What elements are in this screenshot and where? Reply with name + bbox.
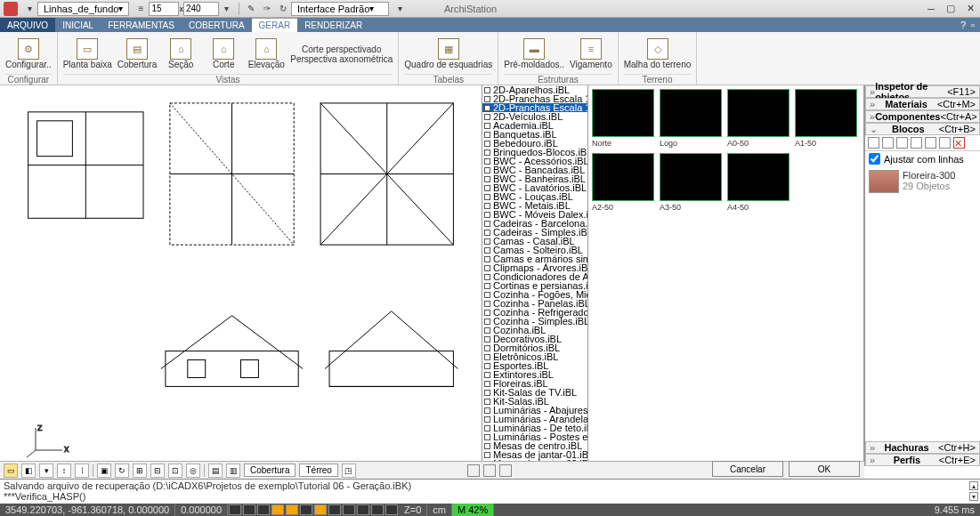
view-icon-1[interactable]: ◧ [21, 464, 36, 478]
ribbon-quadro-esquadrias[interactable]: ▦Quadro de esquadrias [404, 34, 492, 74]
checkbox-icon[interactable] [484, 141, 490, 147]
checkbox-icon[interactable] [484, 105, 490, 111]
checkbox-icon[interactable] [484, 390, 490, 396]
checkbox-icon[interactable] [484, 327, 490, 334]
pencil-icon[interactable]: ✎ [245, 3, 257, 15]
thumb-a3-50[interactable]: A3-50 [660, 153, 722, 212]
ribbon-configurar[interactable]: ⚙Configurar.. [5, 34, 52, 74]
checkbox-icon[interactable] [484, 176, 490, 182]
blocos-toolbar[interactable]: ✕ [865, 135, 980, 151]
checkbox-icon[interactable] [484, 310, 490, 316]
checkbox-icon[interactable] [484, 425, 490, 431]
thumb-logo[interactable]: Logo [660, 89, 722, 148]
tool-2[interactable] [882, 137, 894, 149]
panel-componentes[interactable]: »Componentes<Ctr+A> [865, 110, 980, 123]
ribbon-secao[interactable]: ⌂Seção [162, 34, 199, 74]
sb-6[interactable] [300, 504, 312, 515]
sb-9[interactable] [343, 504, 355, 515]
sb-7[interactable] [314, 504, 327, 515]
nav-icon-3[interactable]: ⊞ [133, 464, 147, 478]
checkbox-icon[interactable] [484, 203, 490, 209]
tab-renderizar[interactable]: RENDERIZAR [297, 18, 369, 32]
view-icon-4[interactable]: ⁞ [75, 464, 89, 478]
lineweight-icon[interactable]: ≡ [134, 3, 147, 15]
tab-gerar[interactable]: GERAR [252, 18, 298, 32]
nav-icon-4[interactable]: ⊟ [150, 464, 165, 478]
file-list[interactable]: 2D-Aparelhos.iBL2D-Pranchas Escala 1-100… [482, 85, 588, 466]
view-icon-2[interactable]: ▾ [39, 464, 53, 478]
checkbox-icon[interactable] [484, 265, 490, 271]
ok-button[interactable]: OK [789, 461, 860, 477]
checkbox-icon[interactable] [484, 381, 490, 387]
ribbon-corte[interactable]: ⌂Corte [205, 34, 242, 74]
checkbox-icon[interactable] [484, 283, 490, 289]
layer-icon-2[interactable]: ▥ [226, 464, 240, 478]
checkbox-icon[interactable] [484, 123, 490, 129]
checkbox-icon[interactable] [484, 185, 490, 191]
panel-perfis[interactable]: »Perfis<Ctr+E> [865, 454, 980, 466]
checkbox-icon[interactable] [484, 452, 490, 458]
checkbox-icon[interactable] [484, 363, 490, 369]
checkbox-icon[interactable] [484, 345, 490, 351]
sb-2[interactable] [243, 504, 255, 515]
checkbox-icon[interactable] [484, 87, 490, 93]
layer-dropdown[interactable]: Linhas_de_fundo ▾ [37, 2, 129, 16]
tool-3[interactable] [896, 137, 908, 149]
restore-icon[interactable]: ▫ [971, 20, 975, 30]
checkbox-icon[interactable] [484, 274, 490, 280]
ribbon-perspectiva[interactable]: Corte perspectivado Perspectiva axonomét… [290, 34, 393, 74]
checkbox-icon[interactable] [484, 167, 490, 173]
nav-icon-5[interactable]: ⊡ [168, 464, 182, 478]
sb-3[interactable] [257, 504, 270, 515]
checkbox-icon[interactable] [484, 96, 490, 102]
checkbox-icon[interactable] [484, 132, 490, 138]
dropdown-icon[interactable]: ▾ [221, 3, 233, 15]
checkbox-icon[interactable] [484, 372, 490, 378]
add-view-icon[interactable]: ◳ [342, 464, 356, 478]
tab-arquivo[interactable]: ARQUIVO [0, 18, 55, 32]
tool-6[interactable] [939, 137, 951, 149]
thumb-a2-50[interactable]: A2-50 [592, 153, 654, 212]
nav-icon-2[interactable]: ↻ [115, 464, 129, 478]
cancel-button[interactable]: Cancelar [712, 461, 783, 477]
checkbox-icon[interactable] [484, 336, 490, 343]
checkbox-icon[interactable] [484, 434, 490, 440]
num-input-1[interactable] [149, 2, 179, 16]
layout-icon[interactable]: ▭ [4, 464, 18, 478]
checkbox-icon[interactable] [484, 443, 490, 449]
save-icon[interactable]: ▾ [394, 3, 407, 15]
sync-icon[interactable]: ↻ [277, 3, 289, 15]
command-console[interactable]: Salvando arquivo de recuperação (D:\iCAD… [0, 479, 980, 504]
view-icon-3[interactable]: ↕ [57, 464, 71, 478]
interface-dropdown[interactable]: Interface Padrão ▾ [291, 2, 389, 16]
checkbox-icon[interactable] [484, 354, 490, 360]
checkbox-icon[interactable] [484, 247, 490, 254]
ribbon-premoldados[interactable]: ▬Pré-moldados.. [504, 34, 564, 74]
delete-icon[interactable]: ✕ [953, 137, 965, 149]
sb-12[interactable] [385, 504, 398, 515]
ribbon-elevacao[interactable]: ⌂Elevação [247, 34, 285, 74]
sb-8[interactable] [328, 504, 341, 515]
eyedrop-icon[interactable]: ✑ [261, 3, 273, 15]
checkbox-icon[interactable] [484, 158, 490, 165]
ajustar-checkbox[interactable]: Ajustar com linhas [865, 151, 980, 166]
tab-ferramentas[interactable]: FERRAMENTAS [101, 18, 182, 32]
checkbox-icon[interactable] [484, 238, 490, 245]
gal-folder-icon[interactable] [483, 464, 496, 477]
checkbox-icon[interactable] [484, 407, 490, 414]
thumb-norte[interactable]: Norte [592, 89, 654, 148]
checkbox-icon[interactable] [484, 292, 490, 298]
sb-4[interactable] [271, 504, 284, 515]
checkbox-icon[interactable] [484, 221, 490, 227]
checkbox-icon[interactable] [484, 256, 490, 262]
checkbox-icon[interactable] [484, 114, 490, 120]
checkbox-icon[interactable] [484, 194, 490, 200]
checkbox-icon[interactable] [484, 149, 490, 156]
sb-5[interactable] [286, 504, 298, 515]
checkbox-icon[interactable] [484, 301, 490, 307]
scroll-up-icon[interactable]: ▴ [969, 481, 978, 490]
checkbox-icon[interactable] [484, 212, 490, 218]
tab-inicial[interactable]: INICIAL [55, 18, 101, 32]
maximize-button[interactable]: ▢ [941, 1, 960, 17]
thumb-a0-50[interactable]: A0-50 [727, 89, 790, 148]
